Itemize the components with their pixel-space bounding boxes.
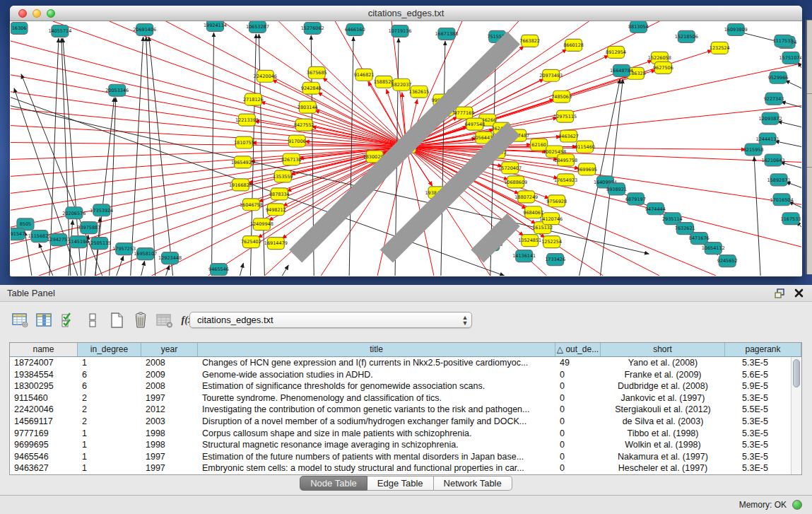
network-window[interactable]: citations_edges.txt 16306140557142069140…: [10, 6, 802, 276]
table-cell: 1: [78, 357, 141, 369]
table-cell: 19384554: [10, 369, 78, 381]
table-cell: 5.3E-5: [725, 392, 801, 404]
table-cell: 1: [78, 462, 141, 474]
table-cell: Dudbridge et al. (2008): [601, 380, 725, 392]
float-panel-icon[interactable]: [775, 288, 786, 298]
table-cell: 9463627: [10, 462, 78, 474]
table-cell: 9115460: [10, 392, 78, 404]
window-title: citations_edges.txt: [10, 8, 802, 18]
table-cell: 5.3E-5: [725, 428, 801, 440]
table-row[interactable]: 1830029562008Estimation of significance …: [10, 380, 801, 392]
column-header-indegree[interactable]: in_degree: [78, 343, 141, 356]
table-cell: 5.9E-5: [725, 380, 801, 392]
column-header-outde[interactable]: △ out_de...: [555, 343, 601, 356]
window-titlebar[interactable]: citations_edges.txt: [10, 6, 802, 21]
tab-edge-table[interactable]: Edge Table: [367, 476, 434, 491]
table-cell: Jankovic et al. (1997): [601, 392, 725, 404]
table-cell: 18724007: [10, 357, 78, 369]
table-row[interactable]: 911546021997Tourette syndrome. Phenomeno…: [10, 392, 801, 404]
table-cell: 1998: [141, 439, 198, 451]
clear-selection-icon[interactable]: [82, 311, 103, 329]
table-cell: 9699695: [10, 439, 78, 451]
table-cell: Embryonic stem cells: a model to study s…: [198, 462, 555, 474]
table-cell: 1: [78, 439, 141, 451]
memory-status-indicator[interactable]: [792, 500, 802, 510]
table-cell: 49: [555, 357, 601, 369]
table-cell: 0: [555, 369, 601, 381]
partial-window-edge: [806, 20, 812, 274]
show-columns-icon[interactable]: [34, 311, 55, 329]
table-cell: de Silva et al. (2003): [601, 416, 725, 428]
cytoscape-desktop: citations_edges.txt 16306140557142069140…: [0, 0, 812, 285]
table-cell: 1997: [141, 392, 198, 404]
table-cell: 5.3E-5: [725, 462, 801, 474]
table-tabs: Node TableEdge TableNetwork Table: [0, 476, 812, 491]
table-cell: 0: [555, 439, 601, 451]
table-cell: 1997: [141, 462, 198, 474]
table-cell: 2: [78, 392, 141, 404]
table-cell: 2008: [141, 380, 198, 392]
table-panel-title: Table Panel: [7, 288, 775, 298]
node-table: namein_degreeyeartitle△ out_de...shortpa…: [9, 342, 802, 475]
table-cell: 5.6E-5: [725, 369, 801, 381]
table-cell: 2008: [141, 357, 198, 369]
table-row[interactable]: 1938455462009Genome-wide association stu…: [10, 369, 801, 381]
table-row[interactable]: 977716911998Corpus callosum shape and si…: [10, 428, 801, 440]
column-header-name[interactable]: name: [10, 343, 78, 356]
table-row[interactable]: 1456911722003Disruption of a novel membe…: [10, 416, 801, 428]
table-cell: 0: [555, 462, 601, 474]
table-cell: 0: [555, 451, 601, 463]
table-cell: Wolkin et al. (1998): [601, 439, 725, 451]
delete-table-icon[interactable]: [154, 311, 175, 329]
table-cell: 0: [555, 392, 601, 404]
table-cell: 0: [555, 416, 601, 428]
table-cell: 9465546: [10, 451, 78, 463]
table-selector-dropdown[interactable]: citations_edges.txt ▲▼: [189, 312, 472, 328]
resize-grip[interactable]: [11, 21, 800, 274]
table-row[interactable]: 969969511998Structural magnetic resonanc…: [10, 439, 801, 451]
column-header-short[interactable]: short: [601, 343, 725, 356]
close-panel-icon[interactable]: [794, 288, 804, 298]
table-body: 1872400712008Changes of HCN gene express…: [10, 357, 801, 474]
table-cell: 14569117: [10, 416, 78, 428]
scrollbar-thumb[interactable]: [793, 359, 800, 387]
table-cell: 2012: [141, 404, 198, 416]
table-cell: Estimation of the future numbers of pati…: [198, 451, 555, 463]
tab-node-table[interactable]: Node Table: [300, 476, 367, 491]
column-header-year[interactable]: year: [141, 343, 198, 356]
new-column-icon[interactable]: [106, 311, 127, 329]
table-cell: Tourette syndrome. Phenomenology and cla…: [198, 392, 555, 404]
table-cell: 6: [78, 380, 141, 392]
table-cell: 1998: [141, 428, 198, 440]
table-row[interactable]: 2242004622012Investigating the contribut…: [10, 404, 801, 416]
table-row[interactable]: 946554611997Estimation of the future num…: [10, 451, 801, 463]
table-cell: 5.3E-5: [725, 357, 801, 369]
tab-network-table[interactable]: Network Table: [434, 476, 512, 491]
delete-column-icon[interactable]: [130, 311, 151, 329]
table-cell: Franke et al. (2009): [601, 369, 725, 381]
table-cell: Genome-wide association studies in ADHD.: [198, 369, 555, 381]
column-header-title[interactable]: title: [198, 343, 555, 356]
table-toolbar: f(x): [10, 310, 202, 330]
table-cell: 5.3E-5: [725, 416, 801, 428]
column-header-pagerank[interactable]: pagerank: [725, 343, 801, 356]
table-cell: Investigating the contribution of common…: [198, 404, 555, 416]
network-view-canvas[interactable]: 1630614055714206914061992411410653287152…: [11, 21, 801, 276]
table-mode-icon[interactable]: [10, 311, 31, 329]
table-panel-body: f(x) citations_edges.txt ▲▼ namein_degre…: [0, 302, 812, 514]
vertical-scrollbar[interactable]: [791, 357, 801, 474]
table-cell: Corpus callosum shape and size in male p…: [198, 428, 555, 440]
table-row[interactable]: 946362711997Embryonic stem cells: a mode…: [10, 462, 801, 474]
table-cell: 0: [555, 428, 601, 440]
select-rows-icon[interactable]: [58, 311, 79, 329]
table-cell: Disruption of a novel member of a sodium…: [198, 416, 555, 428]
table-cell: 5.3E-5: [725, 439, 801, 451]
table-cell: 0: [555, 380, 601, 392]
memory-status-label: Memory: OK: [739, 500, 787, 510]
table-cell: 5.5E-5: [725, 404, 801, 416]
table-cell: 6: [78, 369, 141, 381]
table-cell: Yano et al. (2008): [601, 357, 725, 369]
table-cell: 22420046: [10, 404, 78, 416]
table-row[interactable]: 1872400712008Changes of HCN gene express…: [10, 357, 801, 369]
table-cell: Changes of HCN gene expression and I(f) …: [198, 357, 555, 369]
